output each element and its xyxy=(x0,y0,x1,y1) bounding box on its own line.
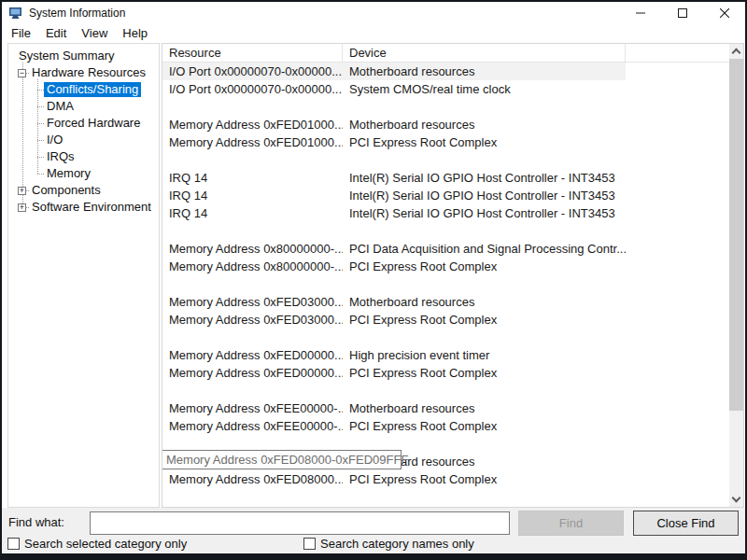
tree-item-dma[interactable]: DMA xyxy=(8,98,159,115)
tree-item-label: Components xyxy=(29,183,104,198)
tree-item-software-environment[interactable]: +Software Environment xyxy=(8,199,159,216)
tree-item-label: DMA xyxy=(44,99,77,114)
table-row-spacer xyxy=(162,98,743,116)
tree-connector-dash xyxy=(37,123,44,124)
tree-item-i-o[interactable]: I/O xyxy=(8,132,159,148)
checkbox-icon[interactable] xyxy=(303,538,316,550)
device-cell: PCI Data Acquisition and Signal Processi… xyxy=(343,240,626,258)
collapse-icon[interactable]: − xyxy=(18,69,26,77)
device-cell: High precision event timer xyxy=(343,346,626,364)
device-cell: Motherboard resources xyxy=(343,399,626,417)
device-cell: PCI Express Root Complex xyxy=(343,311,626,329)
table-row[interactable]: Memory Address 0xFED00000...High precisi… xyxy=(162,346,743,364)
table-row[interactable]: Memory Address 0xFED00000...PCI Express … xyxy=(162,364,743,382)
tree-connector-dash xyxy=(37,106,44,107)
menu-help[interactable]: Help xyxy=(115,24,155,42)
find-what-label: Find what: xyxy=(8,515,64,529)
device-cell: PCI Express Root Complex xyxy=(343,364,626,382)
column-header-device[interactable]: Device xyxy=(343,44,626,62)
tree-item-memory[interactable]: Memory xyxy=(8,165,159,182)
tree-item-conflicts-sharing[interactable]: Conflicts/Sharing xyxy=(8,81,159,98)
table-row[interactable]: I/O Port 0x00000070-0x00000...Motherboar… xyxy=(162,63,743,80)
tree-item-label: Conflicts/Sharing xyxy=(44,82,141,97)
resource-cell: Memory Address 0xFED08000... xyxy=(162,470,343,488)
column-header-resource[interactable]: Resource xyxy=(162,44,343,62)
table-row-spacer xyxy=(162,275,743,293)
tree-item-forced-hardware[interactable]: Forced Hardware xyxy=(8,115,159,132)
tree-connector-dash xyxy=(37,90,44,91)
expand-icon[interactable]: + xyxy=(18,203,26,212)
table-row[interactable]: Memory Address 0xFEE00000-...PCI Express… xyxy=(162,417,743,435)
tree-item-label: Forced Hardware xyxy=(44,116,143,131)
resource-cell: Memory Address 0xFED00000... xyxy=(162,364,343,382)
checkbox-icon[interactable] xyxy=(7,538,20,550)
resource-cell: IRQ 14 xyxy=(162,204,343,222)
find-input[interactable] xyxy=(90,511,510,535)
table-row-spacer xyxy=(162,222,743,240)
table-row[interactable]: Memory Address 0x80000000-...PCI Data Ac… xyxy=(162,240,743,258)
tree-connector-dash xyxy=(37,174,44,175)
table-row-spacer xyxy=(162,329,743,346)
resource-cell: Memory Address 0xFED01000... xyxy=(162,133,343,151)
close-find-button[interactable]: Close Find xyxy=(633,511,739,536)
menu-edit[interactable]: Edit xyxy=(38,24,74,42)
system-information-window: System Information File Edit View Help S… xyxy=(0,0,747,560)
menu-view[interactable]: View xyxy=(74,24,115,42)
tree-item-label: IRQs xyxy=(44,149,78,164)
tree-item-components[interactable]: +Components xyxy=(8,182,159,199)
device-cell: Intel(R) Serial IO GPIO Host Controller … xyxy=(343,187,626,204)
table-row[interactable]: Memory Address 0xFED03000...PCI Express … xyxy=(162,311,743,329)
tree-item-label: Hardware Resources xyxy=(29,65,148,80)
title-bar: System Information xyxy=(2,2,745,23)
tree-item-label: System Summary xyxy=(16,49,118,63)
device-cell: Motherboard resources xyxy=(343,116,626,133)
device-cell: PCI Express Root Complex xyxy=(343,470,626,488)
table-row-spacer xyxy=(162,151,743,169)
vertical-scrollbar[interactable] xyxy=(729,44,743,507)
close-icon[interactable] xyxy=(703,2,745,23)
item-tooltip: Memory Address 0xFED08000-0xFED09FFF xyxy=(162,450,402,469)
table-row[interactable]: I/O Port 0x00000070-0x00000...System CMO… xyxy=(162,80,743,98)
table-row[interactable]: IRQ 14Intel(R) Serial IO GPIO Host Contr… xyxy=(162,169,743,187)
resource-cell: I/O Port 0x00000070-0x00000... xyxy=(162,80,343,98)
find-bar: Find what: Find Close Find Search select… xyxy=(2,508,745,555)
table-row[interactable]: Memory Address 0xFED08000...PCI Express … xyxy=(162,470,743,488)
search-category-names-checkbox[interactable]: Search category names only xyxy=(303,537,474,551)
table-row[interactable]: Memory Address 0xFED01000...PCI Express … xyxy=(162,133,743,151)
minimize-icon[interactable] xyxy=(619,2,661,23)
tree-item-label: Memory xyxy=(44,166,93,181)
table-row[interactable]: Memory Address 0xFED01000...Motherboard … xyxy=(162,116,743,133)
results-list-panel: Resource Device I/O Port 0x00000070-0x00… xyxy=(162,43,744,508)
menu-bar: File Edit View Help xyxy=(2,23,745,43)
resource-cell: I/O Port 0x00000070-0x00000... xyxy=(162,63,343,80)
device-cell: PCI Express Root Complex xyxy=(343,258,626,275)
table-row[interactable]: Memory Address 0xFEE00000-...Motherboard… xyxy=(162,399,743,417)
resource-cell: Memory Address 0xFED03000... xyxy=(162,293,343,311)
search-selected-category-checkbox[interactable]: Search selected category only xyxy=(7,537,187,551)
app-icon xyxy=(8,7,23,20)
table-row[interactable]: Memory Address 0x80000000-...PCI Express… xyxy=(162,258,743,275)
table-row[interactable]: Memory Address 0xFED03000...Motherboard … xyxy=(162,293,743,311)
table-row[interactable]: IRQ 14Intel(R) Serial IO GPIO Host Contr… xyxy=(162,187,743,204)
resource-cell: Memory Address 0x80000000-... xyxy=(162,258,343,275)
table-row[interactable]: IRQ 14Intel(R) Serial IO GPIO Host Contr… xyxy=(162,204,743,222)
menu-file[interactable]: File xyxy=(4,24,38,42)
scrollbar-thumb[interactable] xyxy=(729,59,743,411)
resource-cell: Memory Address 0x80000000-... xyxy=(162,240,343,258)
resource-cell: Memory Address 0xFEE00000-... xyxy=(162,417,343,435)
scrollbar-up-icon[interactable] xyxy=(732,49,741,58)
maximize-icon[interactable] xyxy=(661,2,703,23)
scrollbar-down-icon[interactable] xyxy=(732,494,741,503)
tree-connector-dash xyxy=(37,157,44,158)
device-cell: Motherboard resources xyxy=(343,293,626,311)
table-row-spacer xyxy=(162,382,743,399)
resource-cell: IRQ 14 xyxy=(162,169,343,187)
tree-item-system-summary[interactable]: System Summary xyxy=(8,48,159,64)
resource-cell: Memory Address 0xFED03000... xyxy=(162,311,343,329)
tree-item-hardware-resources[interactable]: −Hardware Resources xyxy=(8,64,159,81)
device-cell: PCI Express Root Complex xyxy=(343,417,626,435)
expand-icon[interactable]: + xyxy=(18,187,26,195)
tree-item-irqs[interactable]: IRQs xyxy=(8,148,159,165)
resource-cell: Memory Address 0xFED01000... xyxy=(162,116,343,133)
find-button[interactable]: Find xyxy=(518,511,624,536)
